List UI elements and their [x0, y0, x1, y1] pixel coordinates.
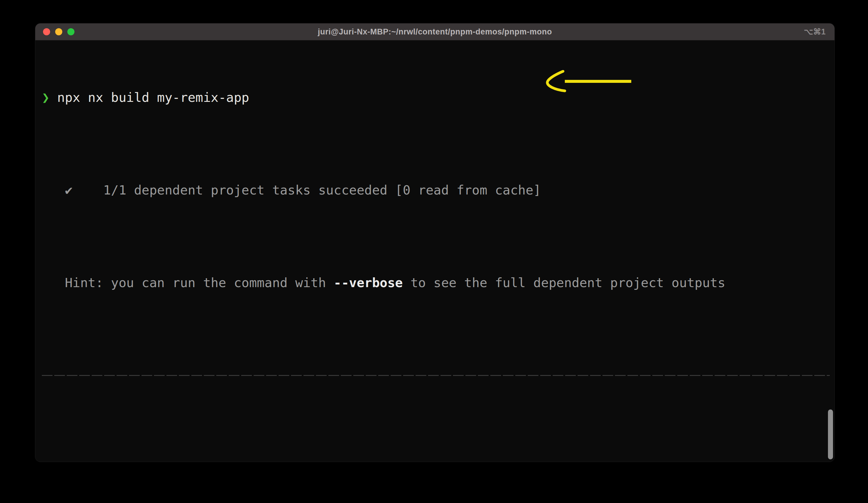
gray-divider [42, 375, 830, 376]
hint-prefix: Hint: you can run the command with [42, 275, 334, 290]
titlebar[interactable]: juri@Juri-Nx-MBP:~/nrwl/content/pnpm-dem… [35, 23, 835, 40]
separator-line [42, 375, 835, 391]
terminal-output: ❯ npx nx build my-remix-app ✔ 1/1 depend… [35, 40, 835, 462]
zoom-button-icon[interactable] [68, 28, 74, 35]
hint-line: Hint: you can run the command with --ver… [42, 275, 835, 290]
minimize-button-icon[interactable] [55, 28, 62, 35]
verbose-flag: --verbose [334, 275, 403, 290]
hint-suffix: to see the full dependent project output… [403, 275, 725, 290]
traffic-lights [43, 23, 74, 40]
dependent-tasks-text: ✔ 1/1 dependent project tasks succeeded … [42, 183, 541, 198]
dependent-tasks-line: ✔ 1/1 dependent project tasks succeeded … [42, 182, 835, 198]
window-title: juri@Juri-Nx-MBP:~/nrwl/content/pnpm-dem… [35, 23, 835, 40]
command-text: npx nx build my-remix-app [50, 90, 249, 105]
scrollbar[interactable] [828, 410, 833, 459]
command-line: ❯ npx nx build my-remix-app [42, 90, 835, 105]
tab-shortcut-label: ⌥⌘1 [804, 23, 826, 40]
terminal-window: juri@Juri-Nx-MBP:~/nrwl/content/pnpm-dem… [35, 23, 835, 462]
close-button-icon[interactable] [43, 28, 50, 35]
prompt-chevron-icon: ❯ [42, 90, 50, 105]
